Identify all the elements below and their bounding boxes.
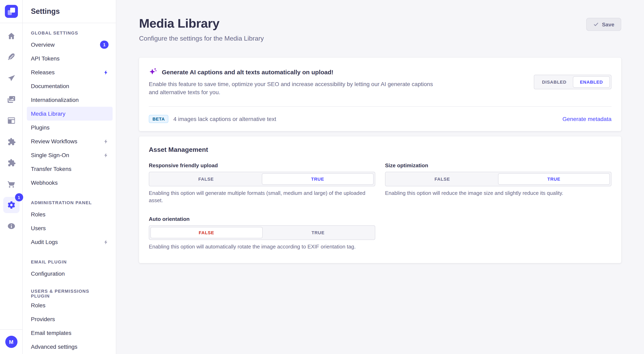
asset-management-fields: Responsive friendly uploadFALSETRUEEnabl… bbox=[149, 162, 612, 251]
field-hint: Enabling this option will generate multi… bbox=[149, 189, 375, 205]
icon-rail: 1 M bbox=[0, 0, 23, 354]
sidebar-item-webhooks[interactable]: Webhooks bbox=[27, 176, 112, 189]
lightning-icon bbox=[103, 153, 108, 158]
field-size-optimization: Size optimizationFALSETRUEEnabling this … bbox=[385, 162, 612, 205]
toggle-option-true[interactable]: TRUE bbox=[262, 173, 374, 184]
sidebar-item-review-workflows[interactable]: Review Workflows bbox=[27, 134, 112, 148]
sidebar-item-label: Roles bbox=[31, 302, 46, 309]
info-icon[interactable] bbox=[3, 218, 19, 234]
ai-banner-card: Generate AI captions and alt texts autom… bbox=[139, 58, 621, 131]
sidebar-section-global-settings: GLOBAL SETTINGSOverview1API TokensReleas… bbox=[23, 28, 116, 189]
ai-banner-bottom: BETA 4 images lack captions or alternati… bbox=[139, 107, 621, 131]
ai-banner-title-row: Generate AI captions and alt texts autom… bbox=[149, 67, 442, 76]
sidebar-item-providers[interactable]: Providers bbox=[27, 312, 112, 326]
sidebar-nav: GLOBAL SETTINGSOverview1API TokensReleas… bbox=[23, 23, 116, 354]
sidebar-item-audit-logs[interactable]: Audit Logs bbox=[27, 235, 112, 249]
field-hint: Enabling this option will reduce the ima… bbox=[385, 189, 612, 197]
sidebar-item-label: Overview bbox=[31, 41, 55, 48]
notification-badge: 1 bbox=[100, 41, 108, 49]
asset-management-card: Asset Management Responsive friendly upl… bbox=[139, 136, 621, 263]
app: 1 M Settings GLOBAL SETTINGSOverview1API… bbox=[0, 0, 644, 354]
rail-footer: M bbox=[0, 329, 22, 354]
sidebar-item-roles[interactable]: Roles bbox=[27, 207, 112, 221]
sidebar-item-label: Webhooks bbox=[31, 179, 58, 186]
field-label: Size optimization bbox=[385, 162, 612, 168]
sparkle-icon bbox=[149, 67, 158, 76]
ai-banner-description: Enable this feature to save time, optimi… bbox=[149, 80, 442, 96]
toggle-option-true[interactable]: TRUE bbox=[262, 227, 374, 238]
sidebar-section-label: ADMINISTRATION PANEL bbox=[23, 198, 116, 207]
sidebar-item-users[interactable]: Users bbox=[27, 221, 112, 235]
toggle-option-false[interactable]: FALSE bbox=[387, 173, 498, 184]
home-icon[interactable] bbox=[3, 28, 19, 44]
sidebar-section-label: EMAIL PLUGIN bbox=[23, 257, 116, 267]
save-button[interactable]: Save bbox=[586, 18, 621, 31]
save-button-label: Save bbox=[602, 21, 614, 27]
sidebar-item-label: Configuration bbox=[31, 270, 65, 277]
field-responsive-friendly-upload: Responsive friendly uploadFALSETRUEEnabl… bbox=[149, 162, 375, 205]
sidebar-item-label: Plugins bbox=[31, 124, 50, 131]
ai-enabled-toggle: DISABLEDENABLED bbox=[534, 75, 612, 89]
sidebar-item-transfer-tokens[interactable]: Transfer Tokens bbox=[27, 162, 112, 176]
generate-metadata-link[interactable]: Generate metadata bbox=[562, 116, 612, 122]
sidebar-item-plugins[interactable]: Plugins bbox=[27, 121, 112, 134]
ai-banner-text: Generate AI captions and alt texts autom… bbox=[149, 67, 442, 96]
settings-notification-badge: 1 bbox=[15, 193, 23, 201]
page-title: Media Library bbox=[139, 16, 264, 31]
lightning-icon bbox=[103, 139, 108, 144]
sidebar-item-internationalization[interactable]: Internationalization bbox=[27, 93, 112, 107]
rail-header bbox=[0, 0, 22, 23]
toggle-option-disabled[interactable]: DISABLED bbox=[536, 76, 573, 88]
lightning-icon bbox=[103, 239, 108, 245]
lightning-icon bbox=[103, 70, 108, 75]
toggle-option-false[interactable]: FALSE bbox=[150, 227, 262, 238]
sidebar-item-media-library[interactable]: Media Library bbox=[27, 107, 112, 121]
sidebar-item-label: Users bbox=[31, 225, 46, 231]
sidebar-item-api-tokens[interactable]: API Tokens bbox=[27, 52, 112, 65]
sidebar-item-label: Transfer Tokens bbox=[31, 166, 71, 172]
sidebar-item-roles[interactable]: Roles bbox=[27, 298, 112, 312]
settings-sidebar: Settings GLOBAL SETTINGSOverview1API Tok… bbox=[23, 0, 116, 354]
size-optimization-toggle: FALSETRUE bbox=[385, 172, 612, 186]
toggle-option-true[interactable]: TRUE bbox=[498, 173, 610, 184]
auto-orientation-toggle: FALSETRUE bbox=[149, 225, 375, 240]
gear-icon[interactable]: 1 bbox=[3, 197, 19, 213]
sidebar-section-administration-panel: ADMINISTRATION PANELRolesUsersAudit Logs bbox=[23, 198, 116, 249]
page-header-text: Media Library Configure the settings for… bbox=[139, 16, 264, 42]
sidebar-item-overview[interactable]: Overview1 bbox=[27, 38, 112, 52]
puzzle-icon[interactable] bbox=[3, 155, 19, 171]
feather-icon[interactable] bbox=[3, 49, 19, 65]
sidebar-item-email-templates[interactable]: Email templates bbox=[27, 326, 112, 340]
sidebar-item-label: Providers bbox=[31, 316, 55, 322]
sidebar-item-advanced-settings[interactable]: Advanced settings bbox=[27, 340, 112, 354]
sidebar-item-label: Email templates bbox=[31, 330, 71, 336]
puzzle-icon[interactable] bbox=[3, 134, 19, 150]
beta-badge: BETA bbox=[149, 115, 168, 123]
toggle-option-false[interactable]: FALSE bbox=[150, 173, 262, 184]
sidebar-item-label: Roles bbox=[31, 211, 46, 218]
sidebar-item-documentation[interactable]: Documentation bbox=[27, 79, 112, 93]
responsive-friendly-upload-toggle: FALSETRUE bbox=[149, 172, 375, 186]
sidebar-item-label: Documentation bbox=[31, 83, 69, 89]
check-icon bbox=[593, 21, 599, 27]
strapi-logo[interactable] bbox=[5, 5, 18, 18]
field-auto-orientation: Auto orientationFALSETRUEEnabling this o… bbox=[149, 216, 375, 251]
field-hint: Enabling this option will automatically … bbox=[149, 243, 375, 251]
toggle-option-enabled[interactable]: ENABLED bbox=[573, 76, 610, 88]
field-toggle-wrap: FALSETRUE bbox=[149, 225, 375, 240]
images-icon[interactable] bbox=[3, 91, 19, 108]
layout-icon[interactable] bbox=[3, 112, 19, 129]
sidebar-item-label: Media Library bbox=[31, 110, 66, 117]
sidebar-item-releases[interactable]: Releases bbox=[27, 65, 112, 79]
sidebar-item-single-sign-on[interactable]: Single Sign-On bbox=[27, 148, 112, 162]
sidebar-section-label: GLOBAL SETTINGS bbox=[23, 28, 116, 38]
cart-icon[interactable] bbox=[3, 176, 19, 192]
send-icon[interactable] bbox=[3, 70, 19, 86]
sidebar-item-configuration[interactable]: Configuration bbox=[27, 267, 112, 281]
sidebar-item-label: Internationalization bbox=[31, 97, 79, 103]
ai-banner-top: Generate AI captions and alt texts autom… bbox=[139, 58, 621, 106]
avatar[interactable]: M bbox=[5, 336, 17, 348]
ai-banner-title: Generate AI captions and alt texts autom… bbox=[162, 68, 334, 75]
sidebar-item-label: Review Workflows bbox=[31, 138, 77, 145]
field-label: Responsive friendly upload bbox=[149, 162, 375, 168]
